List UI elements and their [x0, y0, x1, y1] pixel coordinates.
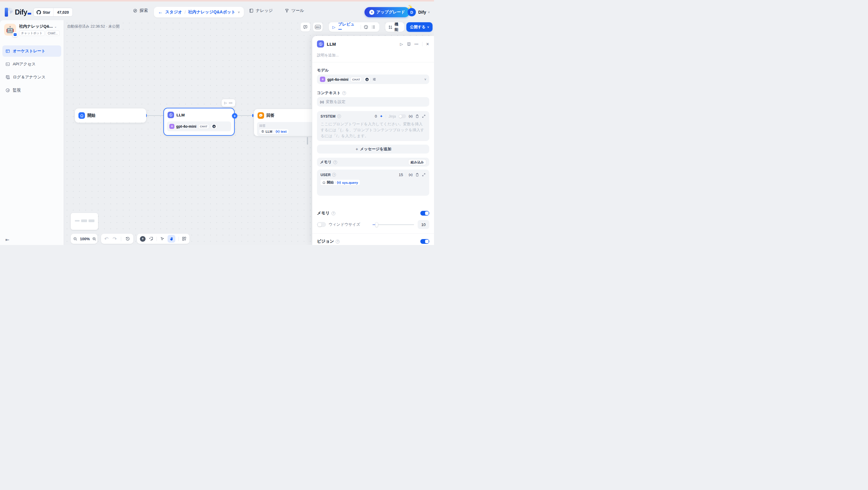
zoom-controls: 100%: [71, 234, 97, 244]
ai-generate-icon[interactable]: ✦: [380, 114, 383, 119]
upgrade-button[interactable]: ✶ アップグレード ✨: [365, 7, 410, 17]
github-star-widget[interactable]: Star 47,020: [33, 8, 73, 17]
log-scroll-icon: [5, 75, 10, 79]
canvas-tools: +: [137, 234, 189, 244]
expand-icon[interactable]: [422, 173, 426, 177]
window-size-toggle[interactable]: [317, 222, 326, 227]
features-button[interactable]: 機能: [385, 22, 404, 32]
app-switcher-chevron-icon[interactable]: ⌄: [54, 25, 57, 28]
dify-logo[interactable]: Dify: [5, 8, 31, 17]
nav-tools[interactable]: ツール: [285, 8, 304, 13]
memory-toggle[interactable]: [420, 211, 429, 216]
publish-button[interactable]: 公開する ˅: [406, 22, 433, 32]
panel-title[interactable]: LLM: [327, 41, 336, 46]
sidebar-item-orchestrate[interactable]: オーケストレート: [2, 45, 61, 57]
zoom-out-icon[interactable]: [73, 237, 78, 241]
add-note-icon[interactable]: [149, 236, 154, 241]
node-llm[interactable]: LLM ✳ gpt-4o-mini CHAT ◆ +: [163, 108, 235, 136]
app-info[interactable]: 🤖 社内ナレッジQ&... ⌄ チャットボット CHAT...: [0, 20, 64, 38]
zoom-level[interactable]: 100%: [80, 237, 90, 241]
copy-icon[interactable]: [415, 173, 419, 177]
help-icon[interactable]: ?: [336, 240, 340, 243]
breadcrumb-chevron-icon[interactable]: ˅: [238, 10, 240, 14]
help-icon[interactable]: ?: [332, 173, 336, 177]
nav-knowledge[interactable]: ナレッジ: [249, 8, 273, 13]
panel-description-input[interactable]: 説明を追加...: [317, 53, 429, 58]
panel-more-icon[interactable]: •••: [415, 42, 419, 46]
undo-icon[interactable]: ↶: [104, 236, 108, 242]
canvas-minimap[interactable]: [71, 213, 98, 230]
slider-handle[interactable]: [375, 222, 378, 227]
node-start[interactable]: 開始: [75, 108, 146, 123]
llm-node-model-chip[interactable]: ✳ gpt-4o-mini CHAT ◆: [167, 122, 231, 131]
model-section-label: モデル: [317, 68, 429, 73]
canvas-scrollbar[interactable]: [307, 137, 308, 144]
version-history-icon[interactable]: [125, 236, 130, 241]
add-message-button[interactable]: ＋メッセージを追加: [317, 144, 429, 154]
panel-header: LLM ▷ ••• ✕: [317, 40, 429, 48]
ref-var-name: text: [281, 130, 287, 133]
vision-section-row: ビジョン ?: [317, 239, 429, 244]
terminal-icon: [5, 62, 10, 67]
user-variable-ref[interactable]: 開始 / {x} sys.query: [320, 180, 360, 185]
system-prompt-card[interactable]: SYSTEM ? 0 ✦ Jinja {x} ここにプロンプトワードを入力してく…: [317, 111, 429, 141]
upgrade-badge-icon: ✶: [369, 10, 374, 15]
expand-icon[interactable]: [422, 115, 426, 118]
add-next-node-button[interactable]: +: [232, 113, 237, 119]
model-params-icon[interactable]: [372, 77, 376, 81]
checklist-icon[interactable]: [371, 25, 376, 29]
account-chevron-icon: ˅: [428, 10, 430, 14]
account-menu[interactable]: Dify ˅: [418, 8, 430, 16]
zoom-in-icon[interactable]: [92, 237, 97, 241]
jinja-toggle[interactable]: [399, 115, 406, 118]
preview-button[interactable]: プレビュー: [338, 22, 358, 32]
ref-node-name: LLM: [266, 130, 272, 133]
model-feature-badge: ◆: [364, 77, 370, 82]
insert-variable-icon[interactable]: {x}: [409, 173, 413, 176]
account-avatar[interactable]: D: [408, 8, 416, 16]
run-history-icon[interactable]: [364, 25, 368, 29]
vision-toggle[interactable]: [420, 239, 429, 244]
help-icon[interactable]: ?: [342, 91, 346, 95]
app-tag-chat: CHAT...: [46, 31, 60, 36]
edge-llm-answer: [235, 115, 254, 116]
user-prompt-card[interactable]: USER ? 15 {x} 開始 / {x} sys.query: [317, 170, 429, 196]
hand-tool-button[interactable]: [167, 235, 175, 242]
answer-input-port[interactable]: [252, 114, 253, 117]
conversation-variables-button[interactable]: [301, 23, 310, 31]
add-node-button[interactable]: +: [140, 236, 146, 242]
env-variables-button[interactable]: ENV: [313, 23, 322, 31]
sidebar-nav: オーケストレート APIアクセス ログ＆アナウンス 監視: [0, 45, 64, 96]
panel-split-view-icon[interactable]: [407, 42, 411, 46]
window-size-slider[interactable]: [373, 224, 414, 225]
breadcrumb-app-name[interactable]: 社内ナレッジQ&Aボット: [188, 9, 235, 15]
sidebar-item-api-access[interactable]: APIアクセス: [2, 59, 61, 70]
redo-icon[interactable]: ↷: [113, 236, 117, 242]
nav-explore[interactable]: 探索: [133, 8, 148, 13]
copy-icon[interactable]: [415, 115, 419, 118]
node-more-icon[interactable]: •••: [229, 102, 232, 104]
panel-run-icon[interactable]: ▷: [400, 42, 403, 46]
env-icon: ENV: [315, 25, 321, 29]
organize-nodes-icon[interactable]: [182, 236, 187, 241]
insert-variable-icon[interactable]: {x}: [409, 115, 413, 118]
back-arrow-icon[interactable]: ←: [158, 9, 163, 15]
model-selector[interactable]: ✳ gpt-4o-mini CHAT ◆ ˅: [317, 74, 429, 84]
tools-icon: [285, 8, 289, 13]
help-icon[interactable]: ?: [337, 115, 341, 118]
sidebar-collapse-icon[interactable]: ⇤: [5, 237, 9, 242]
breadcrumb-studio[interactable]: スタジオ: [165, 9, 182, 15]
help-icon[interactable]: ?: [332, 211, 335, 215]
node-run-icon[interactable]: ▷: [224, 101, 227, 105]
answer-variable-ref[interactable]: LLM / {x} text: [259, 129, 288, 134]
memory-section-row: メモリ ?: [317, 210, 429, 216]
preview-play-icon[interactable]: ▷: [332, 25, 335, 29]
context-variable-input[interactable]: {x} 変数を設定: [317, 97, 429, 107]
window-size-value[interactable]: 10: [418, 220, 429, 229]
sidebar-item-logs[interactable]: ログ＆アナウンス: [2, 72, 61, 83]
help-icon[interactable]: ?: [333, 160, 337, 164]
panel-close-icon[interactable]: ✕: [426, 42, 429, 46]
pointer-tool-icon[interactable]: [160, 237, 164, 241]
answer-node-title: 回答: [267, 113, 275, 118]
sidebar-item-monitoring[interactable]: 監視: [2, 85, 61, 96]
